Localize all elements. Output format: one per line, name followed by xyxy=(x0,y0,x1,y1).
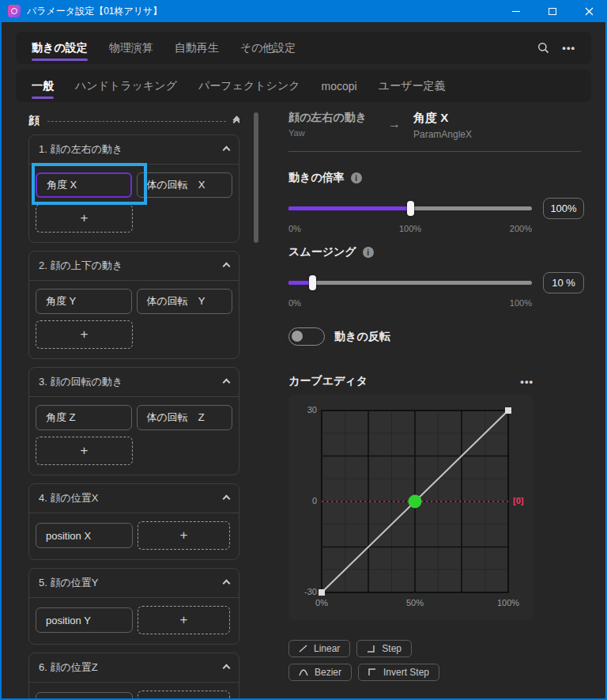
invert-step-button[interactable]: Invert Step xyxy=(358,664,439,681)
chevron-up-icon xyxy=(223,579,231,587)
bezier-button[interactable]: Bezier xyxy=(288,664,352,681)
section-header[interactable]: 5. 顔の位置Y xyxy=(29,569,239,598)
tab-auto-play[interactable]: 自動再生 xyxy=(175,32,219,64)
close-button[interactable] xyxy=(571,0,607,22)
parameter-sidebar: 顔 1. 顔の左右の動き 角度 X 体の回転 X + 2. 顔の上下の動き xyxy=(28,111,239,698)
chevron-up-icon xyxy=(223,146,231,153)
mapping-source: 顔の左右の動き Yaw xyxy=(288,111,388,138)
slider-handle[interactable] xyxy=(309,275,316,290)
section-header[interactable]: 6. 顔の位置Z xyxy=(29,653,239,683)
multiplier-ticks: 0% 100% 200% xyxy=(288,224,532,234)
param-button-body-rotation-y[interactable]: 体の回転 Y xyxy=(137,289,233,314)
curve-tool-buttons: Linear Step Bezier Invert Step xyxy=(288,640,591,681)
add-param-button[interactable]: + xyxy=(138,521,230,550)
sidebar-scrollbar xyxy=(254,112,258,695)
app-icon xyxy=(8,5,21,17)
slider-handle[interactable] xyxy=(407,201,414,216)
param-button-position-x[interactable]: position X xyxy=(36,523,133,548)
chevron-up-icon xyxy=(223,378,231,386)
subtab-hand-tracking[interactable]: ハンドトラッキング xyxy=(75,70,177,102)
mapping-header: 顔の左右の動き Yaw → 角度 X ParamAngleX xyxy=(288,111,591,140)
param-button-body-rotation-x[interactable]: 体の回転 X xyxy=(137,172,232,198)
collapse-all-icon[interactable] xyxy=(234,119,239,123)
param-button-angle-y[interactable]: 角度 Y xyxy=(36,289,132,314)
x-axis-tick: 50% xyxy=(399,598,431,607)
y-axis-tick: -30 xyxy=(290,587,317,596)
info-icon[interactable]: i xyxy=(363,247,374,258)
invert-step-icon xyxy=(368,668,377,676)
subtab-perfect-sync[interactable]: パーフェクトシンク xyxy=(198,70,300,102)
curve-endpoint-min[interactable] xyxy=(319,589,325,596)
section-face-vertical: 2. 顔の上下の動き 角度 Y 体の回転 Y + xyxy=(28,251,239,359)
curve-endpoint-max[interactable] xyxy=(505,407,511,414)
section-header[interactable]: 2. 顔の上下の動き xyxy=(29,252,239,281)
section-header[interactable]: 4. 顔の位置X xyxy=(29,484,239,513)
add-param-button[interactable]: + xyxy=(138,606,230,634)
zero-line-label: [0] xyxy=(513,496,523,505)
y-axis-tick: 30 xyxy=(290,405,317,414)
tab-physics[interactable]: 物理演算 xyxy=(109,32,153,64)
group-title: 顔 xyxy=(28,114,40,128)
smoothing-value-field[interactable]: 10 % xyxy=(543,272,584,293)
tab-motion-settings[interactable]: 動きの設定 xyxy=(32,32,88,64)
param-button-scale[interactable]: scale xyxy=(36,692,133,698)
parameter-settings-window: パラメータ設定【01柊アリサ】 動きの設定 物理演算 自動再生 その他設定 ••… xyxy=(0,0,607,700)
maximize-button[interactable] xyxy=(534,0,571,22)
param-button-angle-x[interactable]: 角度 X xyxy=(36,172,132,198)
invert-motion-toggle[interactable] xyxy=(288,327,325,346)
chevron-up-icon xyxy=(223,262,231,270)
arrow-right-icon: → xyxy=(388,117,401,131)
param-button-position-y[interactable]: position Y xyxy=(36,607,133,633)
close-icon xyxy=(585,7,594,16)
subtab-general[interactable]: 一般 xyxy=(32,70,54,102)
add-param-button[interactable]: + xyxy=(36,437,133,465)
smoothing-ticks: 0% 100% xyxy=(288,298,532,308)
curve-editor-title: カーブエディタ xyxy=(288,374,368,388)
param-button-body-rotation-z[interactable]: 体の回転 Z xyxy=(137,405,233,430)
selected-curve-point[interactable] xyxy=(409,495,422,509)
section-header[interactable]: 1. 顔の左右の動き xyxy=(29,135,239,165)
search-icon[interactable] xyxy=(537,42,549,54)
subtab-user-defined[interactable]: ユーザー定義 xyxy=(379,70,446,102)
maximize-icon xyxy=(549,8,556,15)
chevron-up-icon xyxy=(223,664,231,672)
parameter-detail-pane: 顔の左右の動き Yaw → 角度 X ParamAngleX 動きの倍率 i 1… xyxy=(288,111,591,681)
divider xyxy=(288,151,581,152)
curve-menu-icon[interactable]: ••• xyxy=(520,376,533,388)
main-tab-bar: 動きの設定 物理演算 自動再生 その他設定 ••• xyxy=(16,32,591,64)
bezier-icon xyxy=(299,668,308,676)
minimize-button[interactable] xyxy=(498,0,534,22)
x-axis-tick: 0% xyxy=(306,598,337,607)
linear-icon xyxy=(299,645,307,653)
add-param-button[interactable]: + xyxy=(138,691,230,698)
curve-editor-canvas[interactable]: 30 0 -30 xyxy=(288,395,533,620)
add-param-button[interactable]: + xyxy=(36,320,133,349)
y-axis-tick: 0 xyxy=(290,496,317,505)
add-param-button[interactable]: + xyxy=(36,204,133,233)
multiplier-label-row: 動きの倍率 i xyxy=(288,171,591,185)
linear-button[interactable]: Linear xyxy=(288,640,350,657)
info-icon[interactable]: i xyxy=(351,172,362,184)
subtab-mocopi[interactable]: mocopi xyxy=(322,70,357,102)
minimize-icon xyxy=(512,11,520,12)
invert-motion-label: 動きの反転 xyxy=(334,330,390,344)
smoothing-label-row: スムージング i xyxy=(288,245,591,259)
multiplier-value-field[interactable]: 100% xyxy=(543,198,584,219)
curve-grid xyxy=(322,411,508,592)
multiplier-slider[interactable] xyxy=(288,201,532,216)
section-face-position-x: 4. 顔の位置X position X + xyxy=(28,483,239,560)
smoothing-slider[interactable] xyxy=(288,275,532,290)
section-header[interactable]: 3. 顔の回転の動き xyxy=(29,368,239,397)
more-menu-icon[interactable]: ••• xyxy=(562,42,575,54)
section-face-position-z: 6. 顔の位置Z scale + xyxy=(28,653,239,698)
scrollbar-thumb[interactable] xyxy=(254,112,258,243)
titlebar: パラメータ設定【01柊アリサ】 xyxy=(0,0,607,22)
step-button[interactable]: Step xyxy=(356,640,412,657)
tab-other-settings[interactable]: その他設定 xyxy=(240,32,296,64)
window-title: パラメータ設定【01柊アリサ】 xyxy=(27,5,162,18)
section-face-horizontal: 1. 顔の左右の動き 角度 X 体の回転 X + xyxy=(28,134,239,243)
section-face-rotation: 3. 顔の回転の動き 角度 Z 体の回転 Z + xyxy=(28,367,239,475)
group-header-face[interactable]: 顔 xyxy=(28,111,239,131)
mapping-target: 角度 X ParamAngleX xyxy=(413,111,472,140)
param-button-angle-z[interactable]: 角度 Z xyxy=(36,405,132,430)
